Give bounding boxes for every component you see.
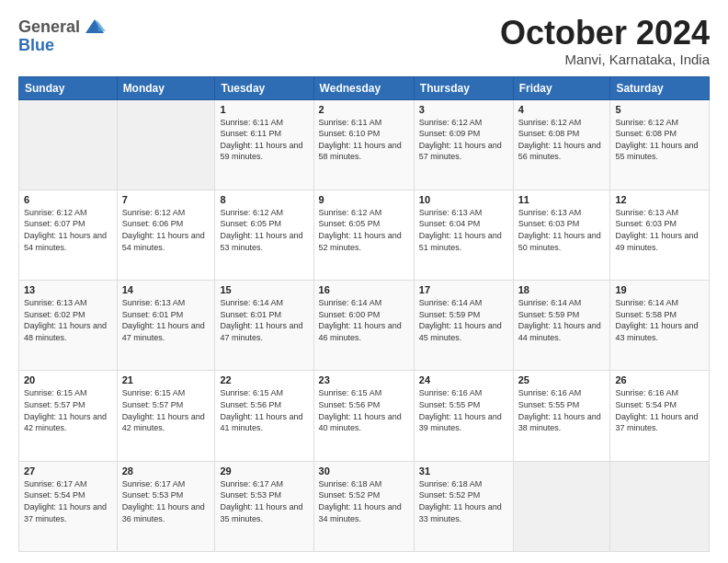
day-number: 20 bbox=[24, 374, 112, 385]
day-number: 5 bbox=[615, 104, 704, 115]
day-number: 2 bbox=[319, 104, 409, 115]
day-info: Sunrise: 6:15 AMSunset: 5:56 PMDaylight:… bbox=[319, 387, 409, 433]
day-number: 25 bbox=[518, 374, 606, 385]
day-info: Sunrise: 6:18 AMSunset: 5:52 PMDaylight:… bbox=[419, 478, 508, 524]
day-number: 3 bbox=[419, 104, 508, 115]
day-number: 24 bbox=[419, 374, 508, 385]
day-info: Sunrise: 6:17 AMSunset: 5:53 PMDaylight:… bbox=[220, 478, 308, 524]
day-info: Sunrise: 6:14 AMSunset: 6:00 PMDaylight:… bbox=[319, 297, 409, 343]
logo-general: General bbox=[18, 18, 80, 37]
logo-icon bbox=[82, 15, 108, 40]
day-info: Sunrise: 6:15 AMSunset: 5:57 PMDaylight:… bbox=[122, 387, 210, 433]
day-number: 16 bbox=[319, 284, 409, 295]
calendar-cell: 31Sunrise: 6:18 AMSunset: 5:52 PMDayligh… bbox=[414, 461, 513, 551]
calendar-cell: 7Sunrise: 6:12 AMSunset: 6:06 PMDaylight… bbox=[117, 190, 215, 280]
day-number: 17 bbox=[419, 284, 508, 295]
calendar-cell: 9Sunrise: 6:12 AMSunset: 6:05 PMDaylight… bbox=[313, 190, 414, 280]
calendar-cell: 23Sunrise: 6:15 AMSunset: 5:56 PMDayligh… bbox=[313, 371, 414, 461]
day-info: Sunrise: 6:12 AMSunset: 6:05 PMDaylight:… bbox=[319, 207, 409, 253]
day-info: Sunrise: 6:12 AMSunset: 6:08 PMDaylight:… bbox=[518, 117, 606, 163]
day-number: 26 bbox=[615, 374, 704, 385]
calendar-cell: 19Sunrise: 6:14 AMSunset: 5:58 PMDayligh… bbox=[610, 281, 710, 371]
day-info: Sunrise: 6:13 AMSunset: 6:04 PMDaylight:… bbox=[419, 207, 508, 253]
day-info: Sunrise: 6:14 AMSunset: 5:59 PMDaylight:… bbox=[419, 297, 508, 343]
day-info: Sunrise: 6:12 AMSunset: 6:06 PMDaylight:… bbox=[122, 207, 210, 253]
day-number: 10 bbox=[419, 194, 508, 205]
day-info: Sunrise: 6:15 AMSunset: 5:56 PMDaylight:… bbox=[220, 387, 308, 433]
day-info: Sunrise: 6:13 AMSunset: 6:01 PMDaylight:… bbox=[122, 297, 210, 343]
calendar-cell bbox=[513, 461, 610, 551]
day-info: Sunrise: 6:12 AMSunset: 6:08 PMDaylight:… bbox=[615, 117, 704, 163]
day-number: 14 bbox=[122, 284, 210, 295]
calendar-cell: 24Sunrise: 6:16 AMSunset: 5:55 PMDayligh… bbox=[414, 371, 513, 461]
page: General Blue October 2024 Manvi, Karnata… bbox=[0, 0, 728, 563]
day-number: 9 bbox=[319, 194, 409, 205]
day-info: Sunrise: 6:14 AMSunset: 5:59 PMDaylight:… bbox=[518, 297, 606, 343]
calendar-cell bbox=[19, 99, 118, 190]
day-number: 8 bbox=[220, 194, 308, 205]
day-number: 7 bbox=[122, 194, 210, 205]
calendar-cell: 1Sunrise: 6:11 AMSunset: 6:11 PMDaylight… bbox=[215, 99, 313, 190]
day-info: Sunrise: 6:15 AMSunset: 5:57 PMDaylight:… bbox=[24, 387, 112, 433]
calendar-cell: 15Sunrise: 6:14 AMSunset: 6:01 PMDayligh… bbox=[215, 281, 313, 371]
calendar-day-header: Friday bbox=[513, 76, 610, 99]
calendar-week-row: 13Sunrise: 6:13 AMSunset: 6:02 PMDayligh… bbox=[19, 281, 710, 371]
day-info: Sunrise: 6:14 AMSunset: 5:58 PMDaylight:… bbox=[615, 297, 704, 343]
day-number: 11 bbox=[518, 194, 606, 205]
calendar-cell: 22Sunrise: 6:15 AMSunset: 5:56 PMDayligh… bbox=[215, 371, 313, 461]
calendar-cell: 28Sunrise: 6:17 AMSunset: 5:53 PMDayligh… bbox=[117, 461, 215, 551]
day-info: Sunrise: 6:17 AMSunset: 5:54 PMDaylight:… bbox=[24, 478, 112, 524]
calendar-cell: 2Sunrise: 6:11 AMSunset: 6:10 PMDaylight… bbox=[313, 99, 414, 190]
location: Manvi, Karnataka, India bbox=[500, 52, 710, 67]
day-number: 15 bbox=[220, 284, 308, 295]
day-number: 31 bbox=[419, 465, 508, 477]
calendar-day-header: Tuesday bbox=[215, 76, 313, 99]
day-info: Sunrise: 6:11 AMSunset: 6:11 PMDaylight:… bbox=[220, 117, 308, 163]
calendar-week-row: 6Sunrise: 6:12 AMSunset: 6:07 PMDaylight… bbox=[19, 190, 710, 280]
day-number: 28 bbox=[122, 465, 210, 477]
calendar-week-row: 20Sunrise: 6:15 AMSunset: 5:57 PMDayligh… bbox=[19, 371, 710, 461]
calendar-cell: 3Sunrise: 6:12 AMSunset: 6:09 PMDaylight… bbox=[414, 99, 513, 190]
calendar-cell: 6Sunrise: 6:12 AMSunset: 6:07 PMDaylight… bbox=[19, 190, 118, 280]
day-info: Sunrise: 6:17 AMSunset: 5:53 PMDaylight:… bbox=[122, 478, 210, 524]
day-info: Sunrise: 6:13 AMSunset: 6:03 PMDaylight:… bbox=[615, 207, 704, 253]
day-number: 1 bbox=[220, 104, 308, 115]
day-number: 29 bbox=[220, 465, 308, 477]
logo-blue: Blue bbox=[18, 37, 54, 55]
calendar-day-header: Monday bbox=[117, 76, 215, 99]
calendar-cell: 11Sunrise: 6:13 AMSunset: 6:03 PMDayligh… bbox=[513, 190, 610, 280]
day-info: Sunrise: 6:14 AMSunset: 6:01 PMDaylight:… bbox=[220, 297, 308, 343]
header: General Blue October 2024 Manvi, Karnata… bbox=[18, 15, 710, 67]
day-info: Sunrise: 6:16 AMSunset: 5:55 PMDaylight:… bbox=[518, 387, 606, 433]
calendar-cell: 25Sunrise: 6:16 AMSunset: 5:55 PMDayligh… bbox=[513, 371, 610, 461]
day-number: 19 bbox=[615, 284, 704, 295]
day-number: 27 bbox=[24, 465, 112, 477]
calendar-cell: 8Sunrise: 6:12 AMSunset: 6:05 PMDaylight… bbox=[215, 190, 313, 280]
calendar-cell bbox=[117, 99, 215, 190]
calendar-cell bbox=[610, 461, 710, 551]
calendar-week-row: 1Sunrise: 6:11 AMSunset: 6:11 PMDaylight… bbox=[19, 99, 710, 190]
day-info: Sunrise: 6:11 AMSunset: 6:10 PMDaylight:… bbox=[319, 117, 409, 163]
calendar-cell: 21Sunrise: 6:15 AMSunset: 5:57 PMDayligh… bbox=[117, 371, 215, 461]
calendar-cell: 13Sunrise: 6:13 AMSunset: 6:02 PMDayligh… bbox=[19, 281, 118, 371]
day-info: Sunrise: 6:16 AMSunset: 5:54 PMDaylight:… bbox=[615, 387, 704, 433]
day-info: Sunrise: 6:13 AMSunset: 6:03 PMDaylight:… bbox=[518, 207, 606, 253]
day-info: Sunrise: 6:18 AMSunset: 5:52 PMDaylight:… bbox=[319, 478, 409, 524]
calendar-day-header: Wednesday bbox=[313, 76, 414, 99]
calendar-cell: 14Sunrise: 6:13 AMSunset: 6:01 PMDayligh… bbox=[117, 281, 215, 371]
calendar-header-row: SundayMondayTuesdayWednesdayThursdayFrid… bbox=[19, 76, 710, 99]
day-info: Sunrise: 6:13 AMSunset: 6:02 PMDaylight:… bbox=[24, 297, 112, 343]
calendar-day-header: Saturday bbox=[610, 76, 710, 99]
calendar-cell: 18Sunrise: 6:14 AMSunset: 5:59 PMDayligh… bbox=[513, 281, 610, 371]
day-number: 23 bbox=[319, 374, 409, 385]
calendar-cell: 26Sunrise: 6:16 AMSunset: 5:54 PMDayligh… bbox=[610, 371, 710, 461]
day-info: Sunrise: 6:12 AMSunset: 6:05 PMDaylight:… bbox=[220, 207, 308, 253]
calendar-cell: 20Sunrise: 6:15 AMSunset: 5:57 PMDayligh… bbox=[19, 371, 118, 461]
day-number: 6 bbox=[24, 194, 112, 205]
calendar-cell: 17Sunrise: 6:14 AMSunset: 5:59 PMDayligh… bbox=[414, 281, 513, 371]
calendar-cell: 4Sunrise: 6:12 AMSunset: 6:08 PMDaylight… bbox=[513, 99, 610, 190]
calendar-cell: 16Sunrise: 6:14 AMSunset: 6:00 PMDayligh… bbox=[313, 281, 414, 371]
logo: General Blue bbox=[18, 15, 108, 55]
calendar-cell: 5Sunrise: 6:12 AMSunset: 6:08 PMDaylight… bbox=[610, 99, 710, 190]
calendar-cell: 10Sunrise: 6:13 AMSunset: 6:04 PMDayligh… bbox=[414, 190, 513, 280]
